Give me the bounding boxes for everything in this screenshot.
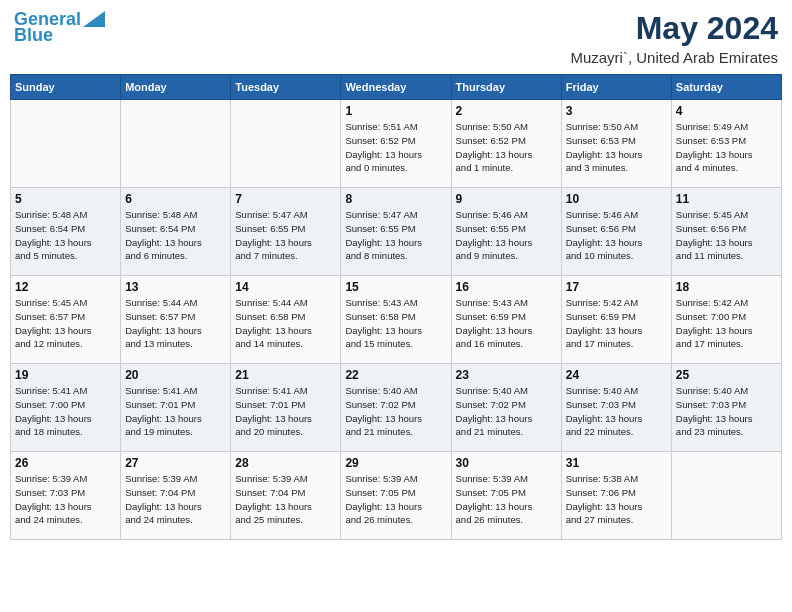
day-number: 1	[345, 104, 446, 118]
calendar-table: SundayMondayTuesdayWednesdayThursdayFrid…	[10, 74, 782, 540]
day-info: Sunrise: 5:39 AM Sunset: 7:04 PM Dayligh…	[125, 472, 226, 527]
day-number: 24	[566, 368, 667, 382]
day-info: Sunrise: 5:51 AM Sunset: 6:52 PM Dayligh…	[345, 120, 446, 175]
day-info: Sunrise: 5:49 AM Sunset: 6:53 PM Dayligh…	[676, 120, 777, 175]
day-info: Sunrise: 5:46 AM Sunset: 6:55 PM Dayligh…	[456, 208, 557, 263]
day-number: 22	[345, 368, 446, 382]
day-number: 20	[125, 368, 226, 382]
calendar-cell: 8Sunrise: 5:47 AM Sunset: 6:55 PM Daylig…	[341, 188, 451, 276]
calendar-cell: 7Sunrise: 5:47 AM Sunset: 6:55 PM Daylig…	[231, 188, 341, 276]
day-info: Sunrise: 5:40 AM Sunset: 7:02 PM Dayligh…	[345, 384, 446, 439]
calendar-cell: 24Sunrise: 5:40 AM Sunset: 7:03 PM Dayli…	[561, 364, 671, 452]
calendar-header-row: SundayMondayTuesdayWednesdayThursdayFrid…	[11, 75, 782, 100]
logo-blue: Blue	[14, 26, 53, 46]
col-header-thursday: Thursday	[451, 75, 561, 100]
calendar-cell: 13Sunrise: 5:44 AM Sunset: 6:57 PM Dayli…	[121, 276, 231, 364]
calendar-cell: 20Sunrise: 5:41 AM Sunset: 7:01 PM Dayli…	[121, 364, 231, 452]
page-header: General Blue May 2024 Muzayri`, United A…	[10, 10, 782, 66]
calendar-week-row: 5Sunrise: 5:48 AM Sunset: 6:54 PM Daylig…	[11, 188, 782, 276]
day-info: Sunrise: 5:39 AM Sunset: 7:04 PM Dayligh…	[235, 472, 336, 527]
calendar-week-row: 19Sunrise: 5:41 AM Sunset: 7:00 PM Dayli…	[11, 364, 782, 452]
calendar-cell: 15Sunrise: 5:43 AM Sunset: 6:58 PM Dayli…	[341, 276, 451, 364]
calendar-cell: 9Sunrise: 5:46 AM Sunset: 6:55 PM Daylig…	[451, 188, 561, 276]
calendar-cell: 3Sunrise: 5:50 AM Sunset: 6:53 PM Daylig…	[561, 100, 671, 188]
day-info: Sunrise: 5:45 AM Sunset: 6:56 PM Dayligh…	[676, 208, 777, 263]
day-number: 30	[456, 456, 557, 470]
calendar-cell: 2Sunrise: 5:50 AM Sunset: 6:52 PM Daylig…	[451, 100, 561, 188]
calendar-cell: 31Sunrise: 5:38 AM Sunset: 7:06 PM Dayli…	[561, 452, 671, 540]
col-header-saturday: Saturday	[671, 75, 781, 100]
day-number: 16	[456, 280, 557, 294]
col-header-tuesday: Tuesday	[231, 75, 341, 100]
day-info: Sunrise: 5:39 AM Sunset: 7:03 PM Dayligh…	[15, 472, 116, 527]
calendar-week-row: 26Sunrise: 5:39 AM Sunset: 7:03 PM Dayli…	[11, 452, 782, 540]
day-info: Sunrise: 5:40 AM Sunset: 7:02 PM Dayligh…	[456, 384, 557, 439]
day-info: Sunrise: 5:40 AM Sunset: 7:03 PM Dayligh…	[566, 384, 667, 439]
day-number: 21	[235, 368, 336, 382]
day-info: Sunrise: 5:48 AM Sunset: 6:54 PM Dayligh…	[15, 208, 116, 263]
calendar-cell: 25Sunrise: 5:40 AM Sunset: 7:03 PM Dayli…	[671, 364, 781, 452]
day-number: 7	[235, 192, 336, 206]
day-number: 31	[566, 456, 667, 470]
day-info: Sunrise: 5:44 AM Sunset: 6:57 PM Dayligh…	[125, 296, 226, 351]
day-number: 5	[15, 192, 116, 206]
calendar-cell: 16Sunrise: 5:43 AM Sunset: 6:59 PM Dayli…	[451, 276, 561, 364]
day-info: Sunrise: 5:43 AM Sunset: 6:58 PM Dayligh…	[345, 296, 446, 351]
col-header-wednesday: Wednesday	[341, 75, 451, 100]
calendar-cell: 23Sunrise: 5:40 AM Sunset: 7:02 PM Dayli…	[451, 364, 561, 452]
day-number: 19	[15, 368, 116, 382]
col-header-sunday: Sunday	[11, 75, 121, 100]
day-number: 2	[456, 104, 557, 118]
calendar-cell	[121, 100, 231, 188]
day-number: 29	[345, 456, 446, 470]
day-number: 9	[456, 192, 557, 206]
calendar-cell: 28Sunrise: 5:39 AM Sunset: 7:04 PM Dayli…	[231, 452, 341, 540]
col-header-friday: Friday	[561, 75, 671, 100]
day-number: 18	[676, 280, 777, 294]
calendar-cell: 11Sunrise: 5:45 AM Sunset: 6:56 PM Dayli…	[671, 188, 781, 276]
day-info: Sunrise: 5:50 AM Sunset: 6:52 PM Dayligh…	[456, 120, 557, 175]
day-number: 12	[15, 280, 116, 294]
day-info: Sunrise: 5:39 AM Sunset: 7:05 PM Dayligh…	[345, 472, 446, 527]
calendar-cell: 14Sunrise: 5:44 AM Sunset: 6:58 PM Dayli…	[231, 276, 341, 364]
day-info: Sunrise: 5:48 AM Sunset: 6:54 PM Dayligh…	[125, 208, 226, 263]
calendar-cell: 10Sunrise: 5:46 AM Sunset: 6:56 PM Dayli…	[561, 188, 671, 276]
calendar-cell: 30Sunrise: 5:39 AM Sunset: 7:05 PM Dayli…	[451, 452, 561, 540]
day-info: Sunrise: 5:47 AM Sunset: 6:55 PM Dayligh…	[345, 208, 446, 263]
calendar-cell	[671, 452, 781, 540]
day-info: Sunrise: 5:41 AM Sunset: 7:00 PM Dayligh…	[15, 384, 116, 439]
calendar-cell: 17Sunrise: 5:42 AM Sunset: 6:59 PM Dayli…	[561, 276, 671, 364]
calendar-cell: 5Sunrise: 5:48 AM Sunset: 6:54 PM Daylig…	[11, 188, 121, 276]
subtitle: Muzayri`, United Arab Emirates	[570, 49, 778, 66]
day-number: 4	[676, 104, 777, 118]
col-header-monday: Monday	[121, 75, 231, 100]
logo: General Blue	[14, 10, 105, 46]
calendar-cell: 26Sunrise: 5:39 AM Sunset: 7:03 PM Dayli…	[11, 452, 121, 540]
day-info: Sunrise: 5:41 AM Sunset: 7:01 PM Dayligh…	[125, 384, 226, 439]
day-info: Sunrise: 5:50 AM Sunset: 6:53 PM Dayligh…	[566, 120, 667, 175]
calendar-cell	[11, 100, 121, 188]
day-info: Sunrise: 5:42 AM Sunset: 6:59 PM Dayligh…	[566, 296, 667, 351]
day-info: Sunrise: 5:44 AM Sunset: 6:58 PM Dayligh…	[235, 296, 336, 351]
day-number: 26	[15, 456, 116, 470]
day-number: 14	[235, 280, 336, 294]
day-info: Sunrise: 5:40 AM Sunset: 7:03 PM Dayligh…	[676, 384, 777, 439]
day-info: Sunrise: 5:46 AM Sunset: 6:56 PM Dayligh…	[566, 208, 667, 263]
day-info: Sunrise: 5:45 AM Sunset: 6:57 PM Dayligh…	[15, 296, 116, 351]
calendar-week-row: 1Sunrise: 5:51 AM Sunset: 6:52 PM Daylig…	[11, 100, 782, 188]
calendar-cell: 6Sunrise: 5:48 AM Sunset: 6:54 PM Daylig…	[121, 188, 231, 276]
calendar-cell: 22Sunrise: 5:40 AM Sunset: 7:02 PM Dayli…	[341, 364, 451, 452]
calendar-cell	[231, 100, 341, 188]
main-title: May 2024	[570, 10, 778, 47]
day-number: 27	[125, 456, 226, 470]
calendar-week-row: 12Sunrise: 5:45 AM Sunset: 6:57 PM Dayli…	[11, 276, 782, 364]
calendar-cell: 18Sunrise: 5:42 AM Sunset: 7:00 PM Dayli…	[671, 276, 781, 364]
logo-icon	[83, 11, 105, 27]
day-number: 11	[676, 192, 777, 206]
day-number: 6	[125, 192, 226, 206]
day-number: 23	[456, 368, 557, 382]
day-number: 25	[676, 368, 777, 382]
day-info: Sunrise: 5:39 AM Sunset: 7:05 PM Dayligh…	[456, 472, 557, 527]
day-info: Sunrise: 5:43 AM Sunset: 6:59 PM Dayligh…	[456, 296, 557, 351]
day-number: 15	[345, 280, 446, 294]
